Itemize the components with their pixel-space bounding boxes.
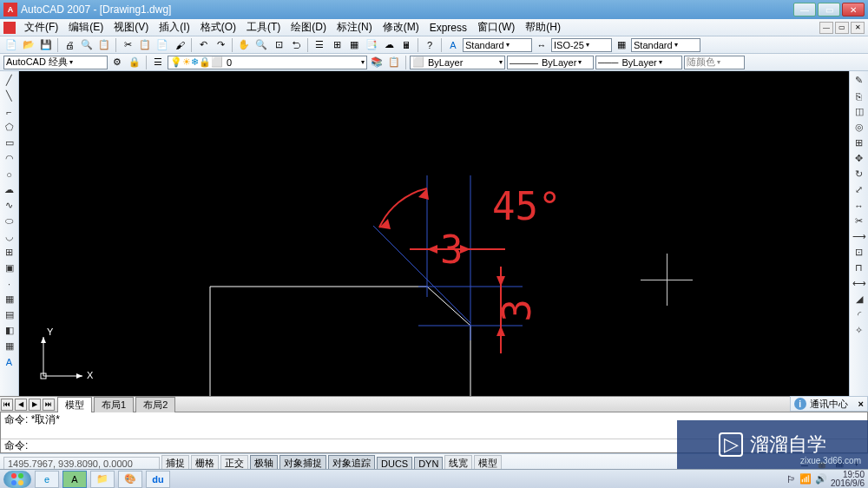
tablestyle-icon[interactable]: ▦: [614, 37, 629, 53]
design-center-icon[interactable]: ⊞: [329, 37, 345, 53]
tab-prev-button[interactable]: ◀: [15, 399, 27, 411]
print-icon[interactable]: 🖨: [62, 37, 77, 53]
plotstyle-combo[interactable]: 随颜色▾: [684, 56, 745, 69]
textstyle-icon[interactable]: A: [445, 37, 461, 53]
line-icon[interactable]: ╱: [2, 73, 17, 88]
menu-express[interactable]: Express: [424, 20, 472, 36]
layer-state-icon[interactable]: 📋: [386, 55, 402, 70]
tray-network-icon[interactable]: 📶: [799, 473, 812, 485]
menu-help[interactable]: 帮助(H): [520, 18, 566, 36]
tab-model[interactable]: 模型: [57, 397, 92, 412]
mdi-close-button[interactable]: ✕: [851, 22, 865, 34]
insert-block-icon[interactable]: ⊞: [2, 245, 17, 260]
break-point-icon[interactable]: ⊡: [852, 245, 867, 260]
polygon-icon[interactable]: ⬠: [2, 120, 17, 135]
tab-next-button[interactable]: ▶: [29, 399, 41, 411]
stretch-icon[interactable]: ↔: [852, 198, 867, 213]
help-icon[interactable]: ?: [422, 37, 437, 53]
tab-first-button[interactable]: ⏮: [1, 399, 13, 411]
table-style-combo[interactable]: Standard▾: [631, 38, 700, 52]
layer-props-icon[interactable]: ☰: [150, 55, 166, 70]
hatch-icon[interactable]: ▦: [2, 292, 17, 307]
join-icon[interactable]: ⟷: [852, 276, 867, 291]
tab-last-button[interactable]: ⏭: [43, 399, 55, 411]
redo-icon[interactable]: ↷: [213, 37, 228, 53]
scale-icon[interactable]: ⤢: [852, 182, 867, 197]
pan-icon[interactable]: ✋: [236, 37, 252, 53]
copy-icon[interactable]: 📋: [137, 37, 153, 53]
mtext-icon[interactable]: A: [2, 354, 17, 369]
move-icon[interactable]: ✥: [852, 151, 867, 166]
menu-insert[interactable]: 插入(I): [154, 18, 194, 36]
drawing-canvas[interactable]: 45° 3 3 X Y: [19, 71, 868, 396]
table-icon[interactable]: ▦: [2, 339, 17, 353]
markup-icon[interactable]: ☁: [381, 37, 397, 53]
zoom-previous-icon[interactable]: ⮌: [288, 37, 304, 53]
explode-icon[interactable]: ✧: [852, 323, 867, 338]
workspace-combo[interactable]: AutoCAD 经典▾: [3, 56, 108, 69]
menu-format[interactable]: 格式(O): [195, 18, 241, 36]
lineweight-combo[interactable]: ───ByLayer▾: [595, 56, 682, 69]
offset-icon[interactable]: ◎: [852, 120, 867, 135]
circle-icon[interactable]: ○: [2, 167, 17, 181]
chamfer-icon[interactable]: ◢: [852, 292, 867, 307]
menu-modify[interactable]: 修改(M): [378, 18, 424, 36]
tool-palettes-icon[interactable]: ▦: [346, 37, 362, 53]
point-icon[interactable]: ·: [2, 276, 17, 291]
workspace-settings-icon[interactable]: ⚙: [109, 55, 125, 70]
start-button[interactable]: [3, 471, 31, 488]
minimize-button[interactable]: —: [793, 3, 816, 16]
extend-icon[interactable]: ⟶: [852, 229, 867, 244]
dimstyle-icon[interactable]: ↔: [534, 37, 549, 53]
mirror-icon[interactable]: ◫: [852, 104, 867, 119]
save-icon[interactable]: 💾: [38, 37, 54, 53]
preview-icon[interactable]: 🔍: [79, 37, 95, 53]
mdi-minimize-button[interactable]: —: [819, 22, 833, 34]
xline-icon[interactable]: ╲: [2, 89, 17, 103]
tray-volume-icon[interactable]: 🔊: [815, 473, 827, 485]
taskbar-ie-icon[interactable]: e: [35, 471, 59, 488]
maximize-button[interactable]: ▭: [818, 3, 840, 16]
tray-flag-icon[interactable]: 🏳: [786, 474, 796, 485]
gradient-icon[interactable]: ▤: [2, 307, 17, 322]
close-button[interactable]: ✕: [842, 3, 865, 16]
text-style-combo[interactable]: Standard▾: [463, 38, 532, 52]
arc-icon[interactable]: ◠: [2, 151, 17, 166]
taskbar-baidu-icon[interactable]: du: [146, 471, 170, 488]
undo-icon[interactable]: ↶: [195, 37, 211, 53]
fillet-icon[interactable]: ◜: [852, 307, 867, 322]
menu-window[interactable]: 窗口(W): [472, 18, 520, 36]
menu-file[interactable]: 文件(F): [19, 18, 63, 36]
menu-edit[interactable]: 编辑(E): [63, 18, 108, 36]
clock[interactable]: 19:50 2016/9/6: [831, 471, 865, 488]
taskbar-explorer-icon[interactable]: 📁: [90, 471, 115, 488]
polyline-icon[interactable]: ⌐: [2, 104, 17, 119]
calc-icon[interactable]: 🖩: [398, 37, 414, 53]
layer-prev-icon[interactable]: 📚: [369, 55, 385, 70]
new-icon[interactable]: 📄: [3, 37, 19, 53]
taskbar-paint-icon[interactable]: 🎨: [118, 471, 142, 488]
break-icon[interactable]: ⊓: [852, 260, 867, 275]
tab-layout2[interactable]: 布局2: [135, 397, 175, 412]
taskbar-autocad-icon[interactable]: A: [62, 471, 87, 488]
notification-close-button[interactable]: ×: [858, 399, 864, 409]
color-combo[interactable]: ⬜ByLayer▾: [410, 56, 505, 69]
sheet-set-icon[interactable]: 📑: [364, 37, 379, 53]
menu-view[interactable]: 视图(V): [108, 18, 154, 36]
linetype-combo[interactable]: ———ByLayer▾: [507, 56, 594, 69]
rotate-icon[interactable]: ↻: [852, 167, 867, 181]
erase-icon[interactable]: ✎: [852, 73, 867, 88]
revcloud-icon[interactable]: ☁: [2, 182, 17, 197]
make-block-icon[interactable]: ▣: [2, 260, 17, 275]
ellipse-icon[interactable]: ⬭: [2, 214, 17, 228]
region-icon[interactable]: ◧: [2, 323, 17, 338]
open-icon[interactable]: 📂: [21, 37, 36, 53]
mdi-restore-button[interactable]: ▭: [835, 22, 849, 34]
menu-draw[interactable]: 绘图(D): [286, 18, 332, 36]
properties-icon[interactable]: ☰: [312, 37, 327, 53]
array-icon[interactable]: ⊞: [852, 135, 867, 150]
zoom-window-icon[interactable]: ⊡: [271, 37, 286, 53]
ellipse-arc-icon[interactable]: ◡: [2, 229, 17, 244]
publish-icon[interactable]: 📋: [96, 37, 112, 53]
zoom-icon[interactable]: 🔍: [253, 37, 269, 53]
